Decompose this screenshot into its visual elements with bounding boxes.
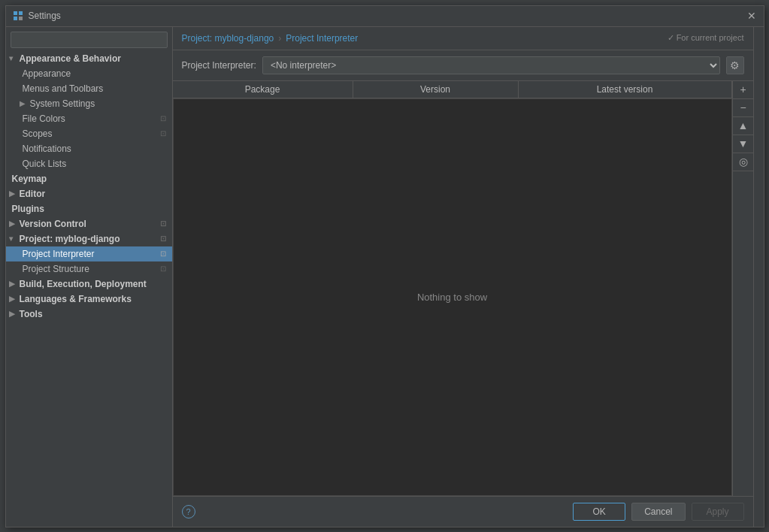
content-area: ▾ Appearance & Behavior Appearance Menus… (6, 27, 764, 527)
sidebar-item-project-interpreter[interactable]: Project Interpreter ⊡ (6, 246, 172, 261)
sidebar-item-label: Appearance (23, 68, 71, 79)
interpreter-settings-button[interactable]: ⚙ (726, 56, 744, 74)
down-arrow-icon: ▼ (738, 138, 749, 150)
expand-arrow: ▶ (20, 99, 29, 107)
sidebar-item-project-myblog[interactable]: ▾ Project: myblog-django ⊡ (6, 231, 172, 246)
empty-message: Nothing to show (417, 292, 487, 303)
minus-icon: − (740, 101, 746, 113)
copy-icon: ⊡ (160, 129, 166, 138)
breadcrumb-current[interactable]: Project Interpreter (286, 33, 358, 44)
breadcrumb-badge: ✓ For current project (668, 33, 744, 43)
sidebar-item-label: Appearance & Behavior (20, 53, 121, 64)
sidebar-item-build-execution[interactable]: ▶ Build, Execution, Deployment (6, 277, 172, 292)
copy-icon: ⊡ (160, 249, 166, 258)
sidebar-item-notifications[interactable]: Notifications (6, 141, 172, 156)
svg-rect-1 (19, 11, 23, 15)
sidebar-item-label: Keymap (12, 174, 47, 184)
sidebar: ▾ Appearance & Behavior Appearance Menus… (6, 27, 173, 527)
sidebar-item-label: Quick Lists (23, 159, 67, 169)
expand-arrow: ▾ (9, 234, 18, 243)
search-input[interactable] (11, 32, 168, 48)
sidebar-item-label: Scopes (23, 128, 53, 139)
question-mark-icon: ? (186, 507, 190, 516)
view-options-button[interactable]: ◎ (733, 153, 753, 171)
interpreter-label: Project Interpreter: (182, 60, 256, 71)
sidebar-item-label: Project: myblog-django (20, 234, 120, 244)
breadcrumb-project[interactable]: Project: myblog-django (182, 33, 274, 44)
copy-icon: ⊡ (160, 219, 166, 228)
ok-button[interactable]: OK (573, 503, 625, 521)
sidebar-item-plugins[interactable]: Plugins (6, 201, 172, 216)
sidebar-item-menus-toolbars[interactable]: Menus and Toolbars (6, 81, 172, 96)
close-button[interactable]: ✕ (746, 10, 758, 22)
remove-package-button[interactable]: − (733, 99, 753, 117)
copy-icon: ⊡ (160, 234, 166, 243)
packages-table: Package Version Latest version Nothing t… (173, 81, 732, 496)
right-scrollbar-strip (753, 27, 764, 527)
package-column-header: Package (173, 81, 353, 98)
table-header: Package Version Latest version (173, 81, 732, 98)
sidebar-item-label: Notifications (23, 144, 71, 154)
scroll-up-button[interactable]: ▲ (733, 117, 753, 135)
sidebar-item-languages-frameworks[interactable]: ▶ Languages & Frameworks (6, 292, 172, 307)
sidebar-item-version-control[interactable]: ▶ Version Control ⊡ (6, 216, 172, 231)
sidebar-item-label: Tools (20, 309, 43, 319)
latest-version-column-header: Latest version (519, 81, 732, 98)
eye-icon: ◎ (739, 156, 748, 168)
sidebar-item-label: Version Control (20, 219, 86, 229)
svg-rect-0 (14, 11, 17, 15)
footer: ? OK Cancel Apply (173, 496, 753, 527)
add-package-button[interactable]: + (733, 81, 753, 99)
expand-arrow: ▶ (9, 189, 18, 198)
plus-icon: + (740, 83, 746, 95)
sidebar-item-appearance[interactable]: Appearance (6, 66, 172, 81)
settings-dialog: Settings ✕ ▾ Appearance & Behavior Appea… (5, 5, 764, 527)
svg-rect-3 (19, 17, 23, 20)
expand-arrow: ▶ (9, 310, 18, 318)
help-button[interactable]: ? (182, 505, 195, 518)
table-side-buttons: + − ▲ ▼ ◎ (732, 81, 753, 496)
svg-rect-2 (14, 17, 17, 20)
table-body: Nothing to show (173, 98, 732, 496)
window-title: Settings (29, 11, 746, 21)
sidebar-item-label: Languages & Frameworks (20, 294, 132, 304)
interpreter-select[interactable]: <No interpreter> (262, 56, 720, 74)
sidebar-item-scopes[interactable]: Scopes ⊡ (6, 126, 172, 141)
sidebar-item-system-settings[interactable]: ▶ System Settings (6, 96, 172, 111)
expand-arrow: ▶ (9, 219, 18, 228)
main-panel: Project: myblog-django › Project Interpr… (173, 27, 753, 527)
expand-arrow: ▶ (9, 295, 18, 303)
packages-area: Package Version Latest version Nothing t… (173, 81, 753, 496)
titlebar: Settings ✕ (6, 6, 764, 27)
sidebar-item-tools[interactable]: ▶ Tools (6, 307, 172, 322)
sidebar-item-keymap[interactable]: Keymap (6, 171, 172, 186)
sidebar-item-label: System Settings (30, 98, 95, 109)
cancel-button[interactable]: Cancel (631, 503, 685, 521)
sidebar-item-project-structure[interactable]: Project Structure ⊡ (6, 261, 172, 277)
sidebar-item-label: Editor (20, 189, 46, 199)
sidebar-item-appearance-behavior[interactable]: ▾ Appearance & Behavior (6, 51, 172, 66)
up-arrow-icon: ▲ (738, 119, 749, 131)
checkmark-icon: ✓ (668, 33, 674, 42)
sidebar-item-label: Project Interpreter (23, 249, 95, 259)
copy-icon: ⊡ (160, 264, 166, 273)
sidebar-item-file-colors[interactable]: File Colors ⊡ (6, 111, 172, 126)
sidebar-item-label: Plugins (12, 204, 44, 214)
copy-icon: ⊡ (160, 114, 166, 122)
apply-button[interactable]: Apply (692, 503, 744, 521)
expand-arrow: ▶ (9, 280, 18, 288)
breadcrumb-badge-text: For current project (677, 33, 744, 42)
expand-arrow: ▾ (9, 54, 18, 62)
sidebar-item-label: Build, Execution, Deployment (20, 279, 147, 289)
sidebar-item-label: Project Structure (23, 264, 89, 274)
breadcrumb: Project: myblog-django › Project Interpr… (173, 27, 753, 50)
gear-icon: ⚙ (730, 59, 740, 71)
version-column-header: Version (353, 81, 519, 98)
scroll-down-button[interactable]: ▼ (733, 135, 753, 153)
breadcrumb-separator: › (278, 33, 281, 44)
sidebar-item-editor[interactable]: ▶ Editor (6, 186, 172, 201)
sidebar-item-label: File Colors (23, 113, 65, 124)
app-icon (12, 10, 24, 22)
sidebar-item-quick-lists[interactable]: Quick Lists (6, 156, 172, 171)
sidebar-item-label: Menus and Toolbars (23, 83, 104, 94)
